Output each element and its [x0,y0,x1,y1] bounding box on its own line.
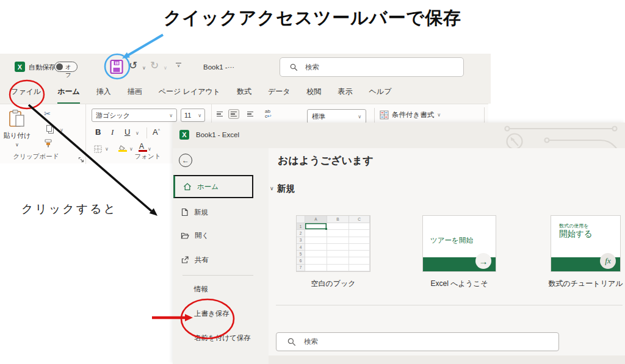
number-format-value: 標準 [312,112,325,121]
template-label: Excel へようこそ [422,279,496,289]
sidebar-item-save-as[interactable]: 名前を付けて保存 [194,334,256,343]
sidebar-item-open[interactable]: 開く [173,226,269,244]
tab-file[interactable]: ファイル [11,80,41,104]
italic-button[interactable]: I [111,127,114,137]
fx-badge-icon: fx [600,253,616,269]
tab-review[interactable]: 校閲 [307,80,322,104]
font-color-button[interactable]: A [139,142,144,151]
redo-dropdown-icon[interactable]: ∨ [164,65,167,71]
font-color-dropdown-icon[interactable]: ∨ [148,146,151,152]
align-top-icon[interactable] [215,109,226,119]
page-title: クイックアクセスツールバーで保存 [0,6,625,30]
conditional-formatting-button[interactable]: 条件付き書式 ∨ [380,110,441,120]
share-icon [181,255,189,264]
search-icon [290,63,298,71]
tab-data[interactable]: データ [268,80,291,104]
divider [146,127,147,138]
sidebar-item-info[interactable]: 情報 [194,285,256,294]
tab-insert[interactable]: 挿入 [96,80,111,104]
font-color-bar [139,150,147,152]
customize-qat-button[interactable]: ∨ [176,63,181,68]
underline-dropdown-icon[interactable]: ∨ [135,130,139,136]
sidebar-item-label: ホーム [197,182,219,191]
ribbon-search-input[interactable]: 検索 [280,57,464,77]
greeting-heading: おはようございます [278,154,374,168]
template-label: 数式のチュートリアル [538,279,625,289]
spreadsheet-thumbnail: A B C 1 2 3 4 5 6 7 [297,216,370,271]
copy-icon[interactable] [46,125,52,132]
template-label: 空白のブック [296,279,370,289]
divider [484,107,485,124]
bold-button[interactable]: B [95,127,101,137]
tab-view[interactable]: 表示 [338,80,353,104]
paste-clipboard-icon [9,109,27,129]
backstage-search-input[interactable]: 検索 [276,332,559,351]
clipboard-group-label: クリップボード [4,152,68,161]
font-name-select[interactable]: 游ゴシック ∨ [92,109,177,122]
sidebar-item-share[interactable]: 共有 [173,251,269,269]
clipboard-group: 貼り付け ∨ ✂ ∨ クリップボード [1,104,86,164]
home-icon [183,182,192,191]
cut-scissors-icon[interactable]: ✂ [44,109,51,118]
sidebar-item-label: 共有 [195,255,209,265]
excel-logo-icon: X [179,130,189,140]
cf-dropdown-icon: ∨ [437,112,441,118]
autosave-label: 自動保存 [29,63,56,72]
template-welcome-tour[interactable]: ツアーを開始 → [422,215,496,272]
tab-help[interactable]: ヘルプ [369,80,392,104]
sidebar-item-label: 新規 [194,208,208,217]
autosave-state: オフ [65,63,77,79]
save-floppy-icon [110,59,123,74]
grow-font-button[interactable]: A^ [153,127,160,137]
back-button[interactable]: ← [179,154,192,167]
search-icon [287,338,296,346]
tab-draw[interactable]: 描画 [128,80,142,104]
redo-button[interactable]: ↻ [150,59,159,72]
workbook-title: Book1 -··· [203,63,234,71]
autosave-toggle[interactable]: オフ [54,62,78,72]
underline-button[interactable]: U [125,127,130,137]
number-format-dropdown-icon: ∨ [358,114,361,120]
tour-start-text: ツアーを開始 [430,236,473,245]
new-document-icon [181,208,189,216]
conditional-formatting-label: 条件付き書式 [392,110,434,120]
tab-home[interactable]: ホーム [57,80,80,104]
dialog-launcher-icon[interactable] [78,154,84,160]
section-collapse-icon[interactable]: ∨ [270,185,274,191]
wrap-text-icon[interactable]: abc↩ [265,109,272,119]
backstage-sidebar: ← ホーム 新規 開く [173,148,269,364]
new-section-heading[interactable]: 新規 [277,183,295,194]
copy-dropdown-icon[interactable]: ∨ [60,127,63,133]
save-button[interactable] [110,59,123,74]
conditional-formatting-icon [380,110,389,120]
number-format-select[interactable]: 標準 ∨ [307,109,366,124]
tab-page-layout[interactable]: ページ レイアウト [159,80,220,104]
backstage-window: X Book1 - Excel ← [173,123,625,364]
font-size-select[interactable]: 11 ∨ [181,109,205,122]
blue-arrow [128,35,163,55]
align-middle-icon[interactable] [228,109,239,119]
borders-dropdown-icon[interactable]: ∨ [105,146,109,152]
sidebar-item-new[interactable]: 新規 [173,203,269,221]
tab-formulas[interactable]: 数式 [237,80,251,104]
paste-button[interactable] [9,109,27,129]
backstage-body: ← ホーム 新規 開く [173,148,625,364]
template-blank-workbook[interactable]: A B C 1 2 3 4 5 6 7 [296,215,370,272]
sidebar-item-home[interactable]: ホーム [173,175,253,198]
sidebar-item-label: 開く [195,231,209,240]
align-bottom-icon[interactable] [245,109,256,119]
font-size-dropdown-icon: ∨ [198,113,201,118]
template-formula-tutorial[interactable]: 数式の使用を 開始する fx [551,215,621,272]
backstage-home: おはようございます ∨ 新規 A B C 1 2 3 4 5 6 [269,148,625,364]
tutorial-page: クイックアクセスツールバーで保存 X 自動保存 オフ ↺ ∨ ↻ [0,0,625,364]
paste-dropdown-icon[interactable]: ∨ [15,142,19,148]
quick-access-toolbar: X 自動保存 オフ ↺ ∨ ↻ ∨ ∨ Book1 -··· [0,54,491,80]
formula-start-text: 開始する [559,229,593,240]
undo-button[interactable]: ↺ [129,59,137,72]
format-painter-icon[interactable] [44,139,52,148]
fill-dropdown-icon[interactable]: ∨ [129,146,133,152]
sidebar-item-save[interactable]: 上書き保存 [194,309,256,318]
undo-dropdown-icon[interactable]: ∨ [142,65,146,71]
backstage-window-title: Book1 - Excel [196,131,239,138]
toggle-knob-icon [56,63,63,70]
